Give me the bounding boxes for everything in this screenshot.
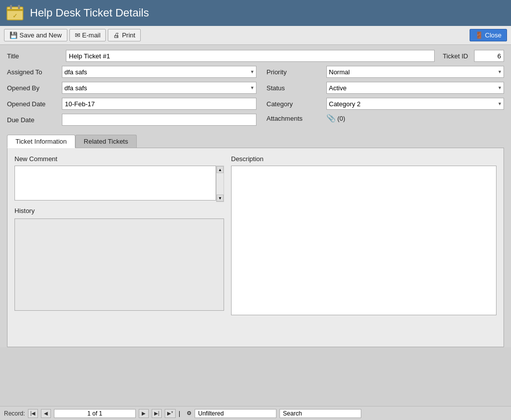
tab-inner-grid: New Comment ▲ ▼ History Description: [14, 155, 497, 317]
status-row: Status Active Closed Pending: [266, 82, 504, 94]
assigned-to-wrapper: dfa safs: [62, 66, 256, 78]
print-label: Print: [122, 31, 135, 39]
attachments-value: 📎 (0): [326, 114, 345, 123]
close-icon: 🚪: [475, 31, 483, 39]
print-icon: 🖨: [113, 31, 120, 39]
history-box: [14, 218, 224, 311]
scroll-track: [217, 173, 224, 195]
ticket-id-input: [474, 50, 504, 62]
left-tab-section: New Comment ▲ ▼ History: [14, 155, 224, 317]
comment-scrollbar[interactable]: ▲ ▼: [216, 166, 224, 202]
fields-left: Assigned To dfa safs Opened By dfa safs: [7, 66, 256, 130]
ticket-id-label: Ticket ID: [443, 52, 471, 60]
toolbar: 💾 Save and New ✉ E-mail 🖨 Print 🚪 Close: [0, 26, 511, 45]
description-textarea[interactable]: [231, 166, 497, 315]
ticket-id-section: Ticket ID: [443, 50, 504, 62]
tab-related-tickets[interactable]: Related Tickets: [75, 135, 137, 148]
opened-date-label: Opened Date: [7, 100, 62, 108]
email-button[interactable]: ✉ E-mail: [69, 29, 106, 41]
save-icon: 💾: [9, 31, 17, 39]
attachments-count: (0): [337, 115, 345, 122]
email-icon: ✉: [75, 31, 80, 39]
category-select[interactable]: Category 1 Category 2 Category 3: [326, 98, 504, 110]
history-label: History: [14, 207, 224, 214]
svg-rect-2: [10, 5, 12, 9]
new-comment-textarea[interactable]: [14, 166, 216, 201]
toolbar-right: 🚪 Close: [470, 29, 507, 41]
email-label: E-mail: [82, 31, 101, 39]
print-button[interactable]: 🖨 Print: [108, 29, 141, 41]
opened-by-select[interactable]: dfa safs: [62, 82, 256, 94]
opened-date-value: [62, 98, 256, 110]
toolbar-left: 💾 Save and New ✉ E-mail 🖨 Print: [4, 29, 141, 41]
new-comment-label: New Comment: [14, 155, 224, 163]
tabs-header: Ticket Information Related Tickets: [7, 135, 504, 148]
save-and-new-button[interactable]: 💾 Save and New: [4, 29, 67, 41]
close-button[interactable]: 🚪 Close: [470, 29, 507, 41]
assigned-to-row: Assigned To dfa safs: [7, 66, 256, 78]
due-date-row: Due Date: [7, 114, 256, 126]
scroll-down-btn[interactable]: ▼: [217, 195, 224, 202]
category-label: Category: [266, 100, 326, 108]
svg-rect-3: [18, 5, 20, 9]
comment-wrapper: ▲ ▼: [14, 166, 224, 202]
due-date-label: Due Date: [7, 116, 62, 124]
svg-rect-1: [7, 9, 23, 11]
fields-right: Priority Normal High Low Status Active C…: [256, 66, 504, 130]
category-row: Category Category 1 Category 2 Category …: [266, 98, 504, 110]
title-label: Title: [7, 52, 62, 60]
status-wrapper: Active Closed Pending: [326, 82, 504, 94]
app-header: ✓ Help Desk Ticket Details: [0, 0, 511, 26]
status-label: Status: [266, 84, 326, 92]
form-area: Title Ticket ID Assigned To dfa safs Ope…: [0, 45, 511, 135]
attachments-row: Attachments 📎 (0): [266, 114, 504, 123]
save-and-new-label: Save and New: [19, 31, 62, 39]
description-label: Description: [231, 155, 497, 163]
assigned-to-select[interactable]: dfa safs: [62, 66, 256, 78]
right-tab-section: Description: [231, 155, 497, 317]
paperclip-icon: 📎: [326, 114, 336, 123]
scroll-up-btn[interactable]: ▲: [217, 166, 224, 173]
app-icon: ✓: [5, 3, 25, 23]
priority-wrapper: Normal High Low: [326, 66, 504, 78]
title-input[interactable]: [66, 50, 435, 62]
priority-select[interactable]: Normal High Low: [326, 66, 504, 78]
opened-by-row: Opened By dfa safs: [7, 82, 256, 94]
attachments-label: Attachments: [266, 115, 326, 122]
opened-by-wrapper: dfa safs: [62, 82, 256, 94]
assigned-to-label: Assigned To: [7, 68, 62, 76]
svg-text:✓: ✓: [12, 12, 17, 19]
priority-row: Priority Normal High Low: [266, 66, 504, 78]
tabs-container: Ticket Information Related Tickets New C…: [0, 135, 511, 347]
page-title: Help Desk Ticket Details: [30, 6, 149, 19]
fields-container: Assigned To dfa safs Opened By dfa safs: [7, 66, 504, 130]
opened-date-input[interactable]: [62, 98, 256, 110]
opened-date-row: Opened Date: [7, 98, 256, 110]
tab-ticket-information[interactable]: Ticket Information: [7, 135, 75, 148]
due-date-value: [62, 114, 256, 126]
status-select[interactable]: Active Closed Pending: [326, 82, 504, 94]
tab-content: New Comment ▲ ▼ History Description: [7, 148, 504, 347]
due-date-input[interactable]: [62, 114, 256, 126]
title-row: Title Ticket ID: [7, 50, 504, 62]
category-wrapper: Category 1 Category 2 Category 3: [326, 98, 504, 110]
comment-textarea-wrap: [14, 166, 216, 202]
priority-label: Priority: [266, 68, 326, 76]
opened-by-label: Opened By: [7, 84, 62, 92]
close-label: Close: [485, 31, 502, 39]
